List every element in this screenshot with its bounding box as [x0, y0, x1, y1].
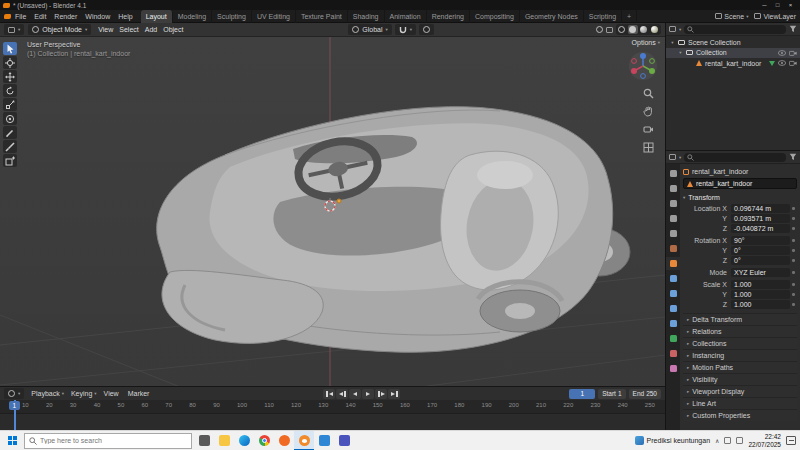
texture-tab[interactable]	[666, 362, 680, 375]
scene-selector[interactable]: Scene ▾	[715, 13, 748, 20]
workspace-tab[interactable]: Texture Paint	[296, 10, 348, 23]
blender-menu-icon[interactable]	[4, 14, 11, 19]
transform-tool[interactable]	[3, 112, 17, 125]
animate-dot-icon[interactable]	[790, 249, 797, 252]
transform-orientation-select[interactable]: Global ▾	[348, 24, 392, 35]
panel-section-header[interactable]: ▸ Collections	[683, 337, 797, 349]
expand-caret-icon[interactable]: ▾	[670, 40, 675, 45]
outliner-row[interactable]: ▾ Collection	[666, 48, 800, 59]
panel-section-header[interactable]: ▸ Instancing	[683, 349, 797, 361]
outliner-row[interactable]: rental_kart_indoor	[666, 58, 800, 69]
transform-value-field[interactable]: 0.096744 m	[731, 204, 790, 213]
shading-rendered-button[interactable]	[650, 25, 660, 34]
minimize-button[interactable]: ─	[758, 0, 771, 10]
physics-tab[interactable]	[666, 302, 680, 315]
constraints-tab[interactable]	[666, 317, 680, 330]
workspace-tab[interactable]: Rendering	[427, 10, 470, 23]
transform-value-field[interactable]: 0°	[731, 246, 790, 255]
particles-tab[interactable]	[666, 287, 680, 300]
breadcrumb-object-name[interactable]: rental_kart_indoor	[692, 168, 748, 175]
viewport-options-button[interactable]: Options ▾	[632, 39, 660, 46]
next-keyframe-button[interactable]	[375, 389, 387, 399]
animate-dot-icon[interactable]	[790, 303, 797, 306]
panel-section-header[interactable]: ▸ Custom Properties	[683, 409, 797, 421]
transform-value-field[interactable]: XYZ Euler	[731, 268, 790, 277]
hide-eye-icon[interactable]	[778, 60, 786, 66]
animate-dot-icon[interactable]	[790, 217, 797, 220]
cursor-tool[interactable]	[3, 56, 17, 69]
animate-dot-icon[interactable]	[790, 227, 797, 230]
outliner-editor-icon[interactable]	[669, 26, 676, 32]
shading-solid-button[interactable]	[628, 25, 638, 34]
timeline-menu-item[interactable]: Playback▾	[28, 390, 67, 397]
network-icon[interactable]	[724, 437, 731, 444]
menu-item[interactable]: Render	[50, 13, 81, 20]
workspace-tab[interactable]: Layout	[141, 10, 173, 23]
rotate-tool[interactable]	[3, 84, 17, 97]
timeline-track[interactable]	[0, 413, 665, 430]
timeline-menu-item[interactable]: Marker	[125, 390, 155, 397]
zoom-button[interactable]	[642, 87, 655, 100]
filter-icon[interactable]	[789, 153, 797, 161]
playhead-frame-badge[interactable]: 1	[9, 401, 20, 410]
search-input[interactable]	[40, 437, 187, 444]
viewport-menu-item[interactable]: Object	[160, 26, 186, 33]
proportional-edit-toggle[interactable]	[419, 24, 434, 35]
blender-icon[interactable]	[294, 431, 314, 450]
transform-value-field[interactable]: 1.000	[731, 280, 790, 289]
jump-to-end-button[interactable]	[388, 389, 400, 399]
viewport-menu-item[interactable]: Select	[116, 26, 141, 33]
animate-dot-icon[interactable]	[790, 271, 797, 274]
frame-start-field[interactable]: Start1	[598, 389, 625, 399]
workspace-tab[interactable]: Shading	[348, 10, 385, 23]
panel-section-header[interactable]: ▸ Delta Transform	[683, 313, 797, 325]
play-button[interactable]	[362, 389, 374, 399]
panel-section-header[interactable]: ▸ Viewport Display	[683, 385, 797, 397]
taskbar-search[interactable]	[24, 433, 192, 449]
transform-section-header[interactable]: ▾ Transform	[683, 192, 797, 203]
file-explorer-icon[interactable]	[214, 431, 234, 450]
play-reverse-button[interactable]	[349, 389, 361, 399]
tray-expand-icon[interactable]: ∧	[715, 437, 719, 444]
scene-tab[interactable]	[666, 227, 680, 240]
menu-item[interactable]: File	[11, 13, 30, 20]
transform-value-field[interactable]: 90°	[731, 236, 790, 245]
workspace-tab[interactable]: Geometry Nodes	[520, 10, 584, 23]
panel-section-header[interactable]: ▸ Line Art	[683, 397, 797, 409]
teams-icon[interactable]	[334, 431, 354, 450]
panel-section-header[interactable]: ▸ Relations	[683, 325, 797, 337]
timeline-editor-type-button[interactable]: ▾	[4, 388, 24, 399]
render-camera-icon[interactable]	[789, 50, 797, 56]
hide-eye-icon[interactable]	[778, 50, 786, 56]
xray-toggle-icon[interactable]	[606, 27, 613, 33]
data-tab[interactable]	[666, 332, 680, 345]
modifiers-tab[interactable]	[666, 272, 680, 285]
animate-dot-icon[interactable]	[790, 259, 797, 262]
workspace-tab[interactable]: Modeling	[173, 10, 212, 23]
output-tab[interactable]	[666, 197, 680, 210]
timeline-ruler[interactable]: 1020304050607080901001101201301401501601…	[0, 400, 665, 430]
start-button[interactable]	[0, 431, 24, 450]
jump-to-start-button[interactable]	[323, 389, 335, 399]
workspace-tab[interactable]: UV Editing	[252, 10, 296, 23]
transform-value-field[interactable]: -0.040872 m	[731, 224, 790, 233]
workspace-tab[interactable]: Compositing	[470, 10, 520, 23]
pan-button[interactable]	[642, 105, 655, 118]
toggle-perspective-button[interactable]	[642, 141, 655, 154]
filter-icon[interactable]	[789, 25, 797, 33]
object-tab[interactable]	[666, 257, 680, 270]
add-object-tool[interactable]	[3, 154, 17, 167]
select-box-tool[interactable]	[3, 42, 17, 55]
world-tab[interactable]	[666, 242, 680, 255]
viewlayer-tab[interactable]	[666, 212, 680, 225]
expand-caret-icon[interactable]: ▾	[678, 50, 683, 55]
viewport-canvas[interactable]: User Perspective (1) Collection | rental…	[0, 37, 665, 386]
panel-section-header[interactable]: ▸ Visibility	[683, 373, 797, 385]
current-frame-field[interactable]: 1	[569, 389, 595, 399]
vscode-icon[interactable]	[314, 431, 334, 450]
outliner-search-field[interactable]	[684, 25, 786, 34]
kart-model[interactable]	[0, 37, 665, 386]
menu-item[interactable]: Window	[81, 13, 114, 20]
frame-end-field[interactable]: End250	[629, 389, 661, 399]
transform-value-field[interactable]: 0°	[731, 256, 790, 265]
